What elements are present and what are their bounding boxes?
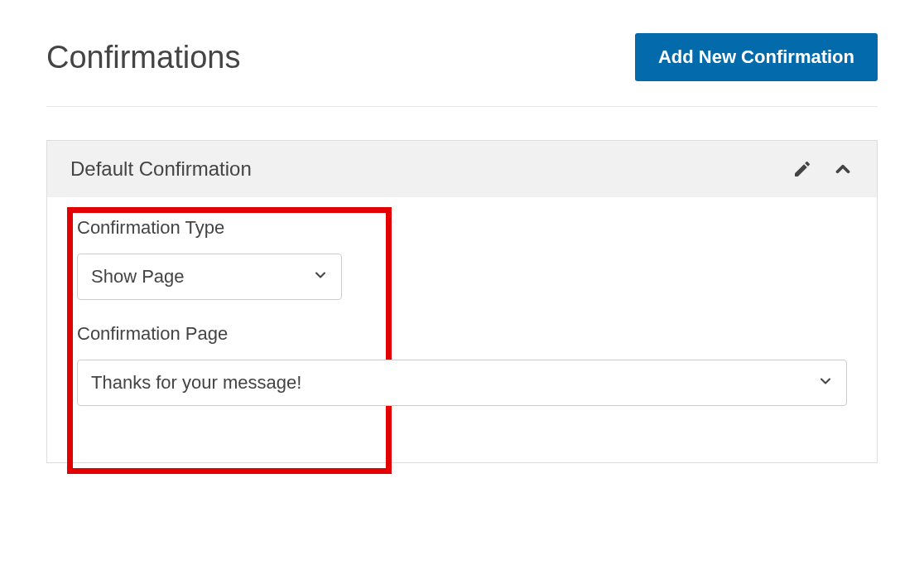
panel-title: Default Confirmation xyxy=(70,157,252,181)
chevron-up-icon[interactable] xyxy=(832,158,854,180)
confirmation-type-select[interactable]: Show Page xyxy=(77,254,342,300)
edit-icon[interactable] xyxy=(792,159,812,179)
confirmation-type-group: Confirmation Type Show Page xyxy=(77,217,847,300)
panel-body: Confirmation Type Show Page Confirmation… xyxy=(47,197,877,462)
confirmation-type-label: Confirmation Type xyxy=(77,217,847,239)
confirmation-type-select-wrap: Show Page xyxy=(77,254,342,300)
panel-actions xyxy=(792,158,854,180)
confirmation-panel: Default Confirmation Confirmation Type S… xyxy=(46,140,878,463)
page-title: Confirmations xyxy=(46,40,240,75)
confirmation-page-select-wrap: Thanks for your message! xyxy=(77,360,847,406)
confirmation-page-select[interactable]: Thanks for your message! xyxy=(77,360,847,406)
confirmation-page-label: Confirmation Page xyxy=(77,323,847,345)
page-header: Confirmations Add New Confirmation xyxy=(46,33,878,107)
confirmation-page-group: Confirmation Page Thanks for your messag… xyxy=(77,323,847,406)
add-new-confirmation-button[interactable]: Add New Confirmation xyxy=(635,33,878,81)
panel-header: Default Confirmation xyxy=(47,141,877,197)
